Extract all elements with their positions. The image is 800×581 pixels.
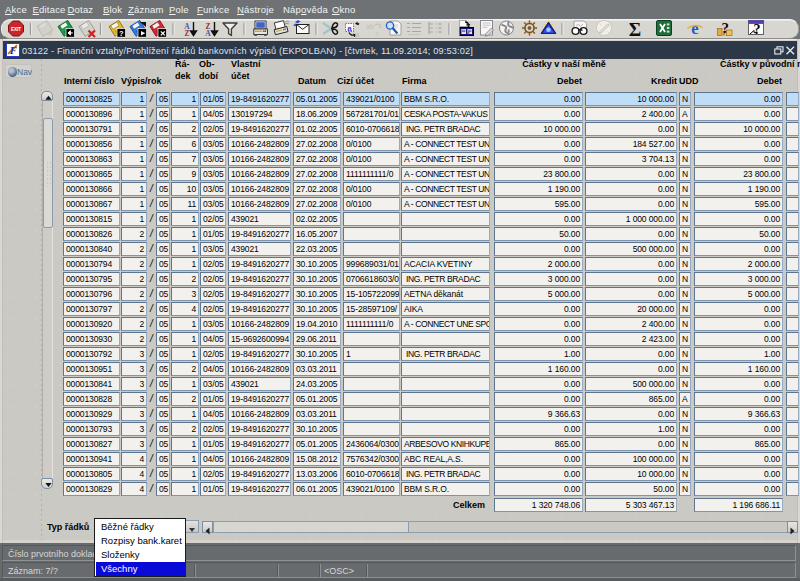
svg-text:ab: ab (366, 23, 374, 30)
svg-text:EXIT: EXIT (11, 27, 21, 32)
svg-text:a: a (375, 30, 379, 37)
svg-text:?: ? (754, 22, 761, 37)
svg-text:Σ: Σ (629, 19, 641, 40)
svg-text:a: a (347, 24, 352, 33)
svg-text:e: e (691, 19, 698, 38)
svg-text:a: a (356, 31, 360, 38)
svg-text:?: ? (721, 20, 729, 36)
svg-text:?: ? (119, 29, 124, 38)
svg-text:F: F (9, 45, 17, 55)
svg-text:Z: Z (185, 29, 190, 38)
